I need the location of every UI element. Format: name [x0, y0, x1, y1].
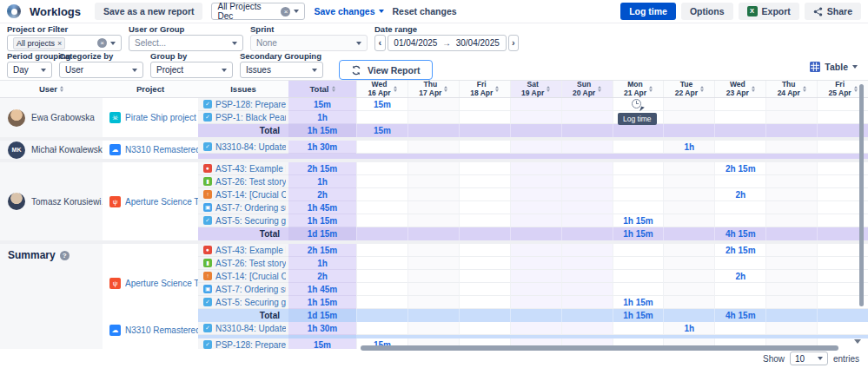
worklog-cell[interactable]	[561, 188, 613, 201]
worklog-cell[interactable]	[561, 214, 613, 227]
worklog-cell[interactable]	[765, 227, 817, 240]
worklog-cell[interactable]	[510, 244, 561, 257]
worklog-cell[interactable]: 4h 15m	[714, 309, 765, 322]
column-header-date[interactable]: Sat19 Apr	[510, 81, 561, 97]
worklog-cell[interactable]	[714, 141, 765, 154]
worklog-cell[interactable]	[613, 270, 664, 283]
worklog-cell[interactable]	[510, 141, 561, 154]
worklog-cell[interactable]	[356, 244, 407, 257]
worklog-cell[interactable]	[613, 283, 664, 296]
categorize-by-select[interactable]: User	[59, 62, 143, 78]
worklog-cell[interactable]	[613, 162, 664, 175]
worklog-cell[interactable]	[407, 175, 459, 188]
worklog-cell[interactable]	[510, 111, 561, 124]
worklog-cell[interactable]	[714, 175, 765, 188]
worklog-cell[interactable]	[510, 227, 561, 240]
column-header-date[interactable]: Wed23 Apr	[714, 81, 765, 97]
export-button[interactable]: X Export	[739, 3, 799, 20]
worklog-cell[interactable]	[407, 201, 459, 214]
worklog-cell[interactable]	[510, 98, 561, 111]
worklog-cell[interactable]	[510, 322, 561, 335]
worklog-cell[interactable]	[765, 283, 817, 296]
issue-link[interactable]: AST-26: Test story 1	[215, 177, 286, 187]
worklog-cell[interactable]: 2h 15m	[714, 244, 765, 257]
worklog-cell[interactable]	[459, 257, 510, 270]
worklog-cell[interactable]	[510, 296, 561, 309]
scroll-down-icon[interactable]	[854, 339, 861, 344]
worklog-cell[interactable]	[561, 154, 613, 159]
worklog-cell[interactable]	[407, 322, 459, 335]
worklog-cell[interactable]	[613, 201, 664, 214]
worklog-cell[interactable]	[663, 124, 714, 137]
worklog-cell[interactable]: 15m	[356, 124, 407, 137]
worklog-cell[interactable]	[356, 111, 407, 124]
worklog-cell[interactable]	[510, 201, 561, 214]
worklog-cell[interactable]	[714, 283, 765, 296]
report-select[interactable]: All Projects Dec ×	[211, 3, 305, 20]
worklog-cell[interactable]	[613, 188, 664, 201]
worklog-cell[interactable]	[714, 214, 765, 227]
issue-link[interactable]: AST-7: Ordering suffici…	[215, 285, 286, 294]
worklog-cell[interactable]	[407, 270, 459, 283]
worklog-cell[interactable]: 1h 15m	[613, 214, 664, 227]
issue-link[interactable]: AST-5: Securing govern…	[215, 216, 286, 226]
worklog-cell[interactable]	[613, 124, 664, 137]
date-next-button[interactable]: ›	[508, 35, 520, 51]
worklog-cell[interactable]	[356, 154, 407, 159]
project-link[interactable]: Aperture Science Testing	[125, 197, 198, 207]
worklog-cell[interactable]	[663, 162, 714, 175]
worklog-cell[interactable]	[561, 309, 613, 322]
worklog-cell[interactable]	[510, 162, 561, 175]
worklog-cell[interactable]	[561, 124, 613, 137]
worklog-cell[interactable]	[407, 111, 459, 124]
worklog-cell[interactable]	[510, 124, 561, 137]
worklog-cell[interactable]	[561, 111, 613, 124]
worklog-cell[interactable]	[714, 124, 765, 137]
column-header-total[interactable]: Total	[288, 81, 356, 97]
worklog-cell[interactable]	[765, 322, 817, 335]
worklog-cell[interactable]	[817, 322, 868, 335]
worklog-cell[interactable]	[663, 309, 714, 322]
page-size-select[interactable]: 10	[790, 352, 828, 365]
view-mode-select[interactable]: Table	[810, 62, 858, 72]
issue-link[interactable]: AST-43: Example Bug 3	[215, 246, 286, 255]
issue-link[interactable]: AST-5: Securing govern…	[215, 298, 286, 307]
worklog-cell[interactable]	[459, 124, 510, 137]
worklog-cell[interactable]	[459, 188, 510, 201]
worklog-cell[interactable]: 2h 15m	[714, 162, 765, 175]
worklog-cell[interactable]	[765, 175, 817, 188]
project-link[interactable]: N3310 Remastered	[125, 145, 198, 154]
worklog-cell[interactable]	[765, 296, 817, 309]
worklog-cell[interactable]	[459, 162, 510, 175]
worklog-cell[interactable]	[459, 283, 510, 296]
worklog-cell[interactable]: 15m	[356, 98, 407, 111]
worklog-cell[interactable]	[510, 154, 561, 159]
worklog-cell[interactable]	[459, 309, 510, 322]
worklog-cell[interactable]	[561, 175, 613, 188]
worklog-cell[interactable]	[663, 227, 714, 240]
worklog-cell[interactable]	[663, 98, 714, 111]
save-as-report-button[interactable]: Save as a new report	[95, 3, 202, 20]
save-changes-button[interactable]: Save changes	[314, 6, 383, 16]
worklog-cell[interactable]	[407, 98, 459, 111]
worklog-cell[interactable]	[459, 270, 510, 283]
worklog-cell[interactable]	[459, 244, 510, 257]
worklog-cell[interactable]	[561, 244, 613, 257]
issue-link[interactable]: AST-7: Ordering suffici…	[215, 203, 286, 213]
worklog-cell[interactable]	[510, 175, 561, 188]
worklog-cell[interactable]	[663, 188, 714, 201]
worklog-cell[interactable]	[407, 162, 459, 175]
worklog-cell[interactable]	[407, 296, 459, 309]
clear-icon[interactable]: ×	[97, 38, 107, 48]
reset-changes-button[interactable]: Reset changes	[393, 6, 457, 16]
group-by-select[interactable]: Project	[150, 62, 233, 78]
worklog-cell[interactable]	[663, 214, 714, 227]
worklog-cell[interactable]	[510, 270, 561, 283]
worklog-cell[interactable]	[356, 322, 407, 335]
worklog-cell[interactable]	[510, 188, 561, 201]
worklog-cell[interactable]	[561, 257, 613, 270]
worklog-cell[interactable]	[459, 201, 510, 214]
worklog-cell[interactable]	[765, 201, 817, 214]
worklog-cell[interactable]	[765, 111, 817, 124]
worklog-cell[interactable]	[459, 322, 510, 335]
